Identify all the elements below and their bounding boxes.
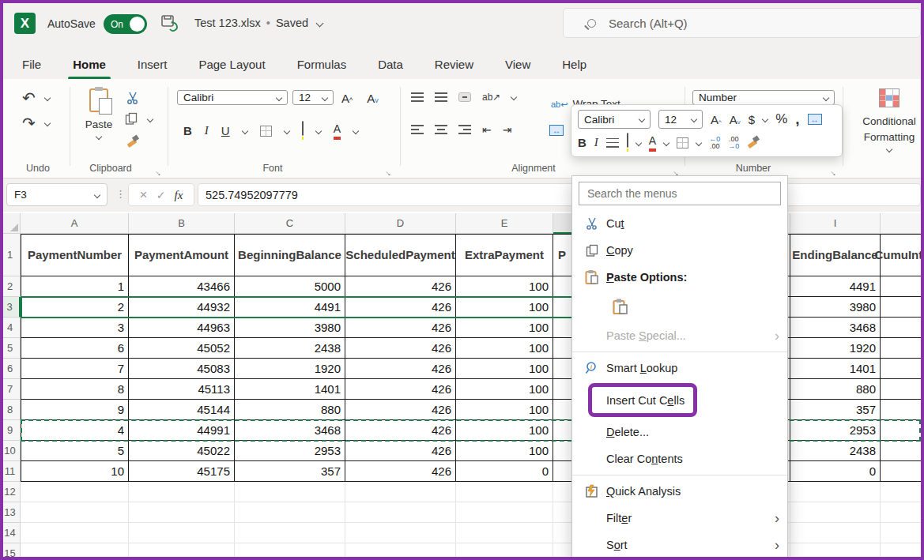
mini-borders-dropdown[interactable]: [696, 139, 702, 145]
cell-J7[interactable]: [881, 379, 924, 400]
header-cell-A1[interactable]: PaymentNumber: [21, 234, 129, 276]
mini-font-name-combo[interactable]: Calibri: [578, 110, 651, 129]
cell-A12[interactable]: [21, 482, 129, 502]
cell-C5[interactable]: 2438: [235, 338, 345, 359]
font-color-dropdown[interactable]: [353, 127, 359, 133]
cell-A13[interactable]: [21, 502, 129, 523]
tab-view[interactable]: View: [503, 54, 532, 74]
mini-comma-button[interactable]: ,: [795, 111, 799, 128]
cell-C14[interactable]: [235, 523, 345, 543]
cell-A4[interactable]: 3: [21, 318, 129, 338]
cell-D4[interactable]: 426: [345, 318, 456, 338]
cell-C3[interactable]: 4491: [235, 297, 345, 318]
cell-I10[interactable]: 2438: [790, 441, 881, 461]
header-cell-D1[interactable]: ScheduledPayment: [345, 234, 456, 276]
menu-item-delete[interactable]: Delete...: [572, 419, 787, 445]
cell-E4[interactable]: 100: [456, 318, 553, 338]
cell-I2[interactable]: 4491: [790, 276, 881, 297]
cell-D10[interactable]: 426: [345, 441, 456, 461]
cell-A11[interactable]: 10: [21, 461, 129, 482]
cell-B3[interactable]: 44932: [129, 297, 235, 318]
cell-I14[interactable]: [790, 523, 881, 543]
cell-A2[interactable]: 1: [21, 276, 129, 297]
cell-I9[interactable]: 2953: [790, 420, 881, 441]
cell-B15[interactable]: [129, 543, 235, 560]
row-header-5[interactable]: 5: [0, 338, 21, 359]
cell-A8[interactable]: 9: [21, 400, 129, 420]
column-header-A[interactable]: A: [21, 213, 129, 234]
column-header-C[interactable]: C: [235, 213, 345, 234]
cell-B12[interactable]: [129, 482, 235, 502]
cell-D15[interactable]: [345, 543, 456, 560]
cell-C9[interactable]: 3468: [235, 420, 345, 441]
cell-C11[interactable]: 357: [235, 461, 345, 482]
mini-currency-button[interactable]: $: [749, 113, 755, 126]
fill-color-dropdown[interactable]: [315, 127, 321, 133]
cell-C6[interactable]: 1920: [235, 359, 345, 379]
alignment-dialog-launcher[interactable]: [673, 164, 682, 174]
cell-A15[interactable]: [21, 543, 129, 560]
row-header-8[interactable]: 8: [0, 400, 21, 420]
cancel-icon[interactable]: [140, 187, 148, 203]
cell-J14[interactable]: [881, 523, 924, 543]
borders-dropdown[interactable]: [283, 127, 289, 133]
cell-B10[interactable]: 45022: [129, 441, 235, 461]
menu-item-paste-options[interactable]: Paste Options:: [572, 264, 787, 291]
cell-B7[interactable]: 45113: [129, 379, 235, 400]
row-header-12[interactable]: 12: [0, 482, 21, 502]
tab-formulas[interactable]: Formulas: [296, 54, 349, 74]
column-header-I[interactable]: I: [790, 213, 881, 234]
cell-E2[interactable]: 100: [456, 276, 553, 297]
cell-B4[interactable]: 44963: [129, 318, 235, 338]
cell-E14[interactable]: [456, 523, 553, 543]
orientation-dropdown[interactable]: [511, 94, 517, 100]
cell-A6[interactable]: 7: [21, 359, 129, 379]
cell-D12[interactable]: [345, 482, 456, 502]
mini-align-button[interactable]: [606, 138, 619, 148]
cell-J4[interactable]: [881, 318, 924, 338]
tab-insert[interactable]: Insert: [136, 54, 169, 74]
cell-E5[interactable]: 100: [456, 338, 553, 359]
cell-C13[interactable]: [235, 502, 345, 523]
tab-data[interactable]: Data: [376, 54, 405, 74]
paste-button[interactable]: Paste: [81, 88, 117, 139]
increase-indent-button[interactable]: ⇥: [503, 123, 512, 136]
cell-J11[interactable]: [881, 461, 924, 482]
cell-C4[interactable]: 3980: [235, 318, 345, 338]
row-header-1[interactable]: 1: [0, 234, 21, 276]
cell-C10[interactable]: 2953: [235, 441, 345, 461]
cell-I7[interactable]: 880: [790, 379, 881, 400]
cell-E12[interactable]: [456, 482, 553, 502]
insert-function-icon[interactable]: [175, 188, 183, 202]
mini-font-size-combo[interactable]: 12: [658, 110, 703, 129]
cell-B2[interactable]: 43466: [129, 276, 235, 297]
menu-item-filter[interactable]: Filter: [572, 505, 787, 532]
mini-percent-button[interactable]: %: [775, 111, 787, 127]
cell-D11[interactable]: 426: [345, 461, 456, 482]
italic-button[interactable]: I: [205, 124, 209, 137]
menu-item-insert-cut-cells[interactable]: Insert Cut Cells: [572, 381, 787, 419]
number-format-combo[interactable]: Number: [692, 90, 835, 105]
tab-file[interactable]: File: [21, 54, 43, 74]
row-header-15[interactable]: 15: [0, 543, 21, 560]
row-header-7[interactable]: 7: [0, 379, 21, 400]
cell-J3[interactable]: [881, 297, 924, 318]
search-input[interactable]: Search (Alt+Q): [563, 8, 921, 38]
formula-bar-handle[interactable]: [115, 188, 126, 200]
cell-A14[interactable]: [21, 523, 129, 543]
cell-D13[interactable]: [345, 502, 456, 523]
mini-fill-color-dropdown[interactable]: [635, 139, 642, 145]
cell-E3[interactable]: 100: [456, 297, 553, 318]
column-header-B[interactable]: B: [129, 213, 235, 234]
header-cell-I1[interactable]: EndingBalance: [790, 234, 881, 276]
cell-E13[interactable]: [456, 502, 553, 523]
cell-J6[interactable]: [881, 359, 924, 379]
font-dialog-launcher[interactable]: [385, 164, 394, 174]
copy-dropdown[interactable]: [147, 115, 153, 122]
cell-B14[interactable]: [129, 523, 235, 543]
row-header-14[interactable]: 14: [0, 523, 21, 543]
header-cell-B1[interactable]: PaymentAmount: [129, 234, 235, 276]
cell-E7[interactable]: 100: [456, 379, 553, 400]
row-header-11[interactable]: 11: [0, 461, 21, 482]
cell-D14[interactable]: [345, 523, 456, 543]
